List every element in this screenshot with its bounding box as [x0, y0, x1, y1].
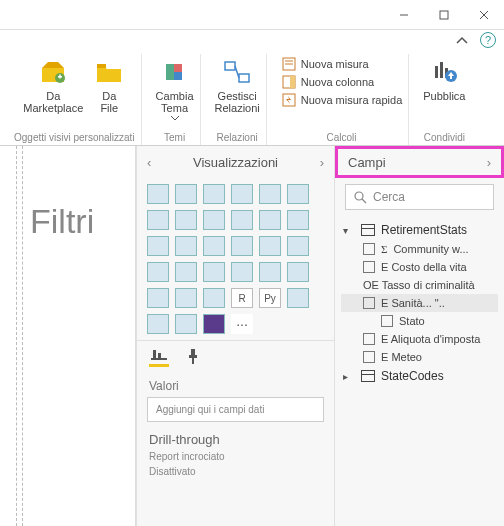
viz-clustered-column[interactable] [231, 184, 253, 204]
svg-rect-28 [151, 358, 167, 360]
publish-label: Pubblica [423, 90, 465, 102]
relations-label: Gestisci Relazioni [215, 90, 260, 114]
viz-slicer[interactable] [147, 288, 169, 308]
viz-paginated[interactable] [203, 314, 225, 334]
values-field-well[interactable]: Aggiungi qui i campi dati [147, 397, 324, 422]
viz-qna[interactable] [175, 314, 197, 334]
field-item[interactable]: OE Tasso di criminalità [341, 276, 498, 294]
table-node[interactable]: ▾RetirementStats [341, 220, 498, 240]
field-item[interactable]: E Sanità... ".. [341, 294, 498, 312]
viz-combo1[interactable] [231, 210, 253, 230]
viz-donut[interactable] [231, 236, 253, 256]
viz-table[interactable] [175, 288, 197, 308]
viz-filled-map[interactable] [147, 262, 169, 282]
table-icon [361, 370, 375, 382]
viz-100-column[interactable] [287, 184, 309, 204]
svg-rect-9 [166, 64, 174, 80]
svg-rect-29 [153, 350, 156, 358]
field-item[interactable]: Stato [341, 312, 498, 330]
chevron-right-icon[interactable]: › [320, 155, 324, 170]
close-button[interactable] [464, 0, 504, 30]
viz-combo2[interactable] [259, 210, 281, 230]
viz-r[interactable]: R [231, 288, 253, 308]
viz-clustered-bar[interactable] [175, 184, 197, 204]
viz-stacked-area[interactable] [203, 210, 225, 230]
viz-stacked-column[interactable] [203, 184, 225, 204]
group-relations-label: Relazioni [217, 132, 258, 145]
fields-tab-icon[interactable] [149, 347, 169, 367]
marketplace-label: Da Marketplace [23, 90, 83, 114]
fields-header: Campi [348, 155, 386, 170]
viz-scatter[interactable] [175, 236, 197, 256]
group-visuals-label: Oggetti visivi personalizzati [14, 132, 135, 145]
viz-line[interactable] [147, 210, 169, 230]
svg-marker-21 [286, 96, 291, 104]
field-item[interactable]: E Costo della vita [341, 258, 498, 276]
field-item[interactable]: ΣCommunity w... [341, 240, 498, 258]
viz-key-influencers[interactable] [287, 288, 309, 308]
drillthrough-header: Drill-through [137, 422, 334, 451]
viz-waterfall[interactable] [147, 236, 169, 256]
field-checkbox[interactable] [363, 351, 375, 363]
svg-line-35 [362, 199, 366, 203]
viz-stacked-bar[interactable] [147, 184, 169, 204]
marketplace-button[interactable]: Da Marketplace [23, 56, 83, 114]
svg-rect-31 [191, 349, 195, 355]
quick-measure-button[interactable]: Nuova misura rapida [281, 92, 403, 108]
viz-area[interactable] [175, 210, 197, 230]
field-checkbox[interactable] [363, 297, 375, 309]
minimize-button[interactable] [384, 0, 424, 30]
viz-more[interactable]: ··· [231, 314, 253, 334]
viz-multi-card[interactable] [259, 262, 281, 282]
new-column-button[interactable]: Nuova colonna [281, 74, 374, 90]
svg-rect-11 [174, 72, 182, 80]
chevron-down-icon [171, 116, 179, 121]
viz-map[interactable] [287, 236, 309, 256]
table-node[interactable]: ▸StateCodes [341, 366, 498, 386]
viz-matrix[interactable] [203, 288, 225, 308]
fields-header-highlight: Campi › [335, 146, 504, 178]
viz-ribbon[interactable] [287, 210, 309, 230]
theme-icon [159, 56, 191, 88]
table-icon [361, 224, 375, 236]
cross-report-label: Report incrociato [137, 451, 334, 466]
svg-line-14 [235, 66, 239, 78]
fields-search-input[interactable]: Cerca [345, 184, 494, 210]
field-checkbox[interactable] [363, 243, 375, 255]
field-checkbox[interactable] [363, 261, 375, 273]
help-button[interactable]: ? [480, 32, 496, 48]
relations-icon [221, 56, 253, 88]
chevron-left-icon[interactable]: ‹ [147, 155, 151, 170]
visualization-gallery: R Py ··· [137, 178, 334, 340]
chevron-right-icon[interactable]: › [487, 155, 491, 170]
new-measure-button[interactable]: Nuova misura [281, 56, 369, 72]
svg-rect-19 [290, 76, 295, 88]
viz-treemap[interactable] [259, 236, 281, 256]
viz-funnel[interactable] [175, 262, 197, 282]
viz-decomp[interactable] [147, 314, 169, 334]
field-item[interactable]: E Meteo [341, 348, 498, 366]
visualizations-header: Visualizzazioni [193, 155, 278, 170]
change-theme-button[interactable]: Cambia Tema [156, 56, 194, 121]
field-checkbox[interactable] [381, 315, 393, 327]
viz-100-bar[interactable] [259, 184, 281, 204]
from-file-button[interactable]: Da File [93, 56, 125, 114]
manage-relations-button[interactable]: Gestisci Relazioni [215, 56, 260, 114]
collapse-ribbon-button[interactable] [456, 36, 474, 44]
group-themes-label: Temi [164, 132, 185, 145]
field-item[interactable]: E Aliquota d'imposta [341, 330, 498, 348]
viz-kpi[interactable] [287, 262, 309, 282]
publish-button[interactable]: Pubblica [423, 56, 465, 102]
fields-pane: Campi › Cerca ▾RetirementStatsΣCommunity… [334, 146, 504, 526]
report-canvas[interactable]: Filtri [0, 146, 136, 526]
maximize-button[interactable] [424, 0, 464, 30]
format-tab-icon[interactable] [183, 347, 203, 367]
group-calc-label: Calcoli [327, 132, 357, 145]
filters-watermark: Filtri [30, 202, 94, 241]
viz-pie[interactable] [203, 236, 225, 256]
viz-python[interactable]: Py [259, 288, 281, 308]
viz-card[interactable] [231, 262, 253, 282]
viz-gauge[interactable] [203, 262, 225, 282]
field-checkbox[interactable] [363, 333, 375, 345]
search-icon [354, 191, 367, 204]
